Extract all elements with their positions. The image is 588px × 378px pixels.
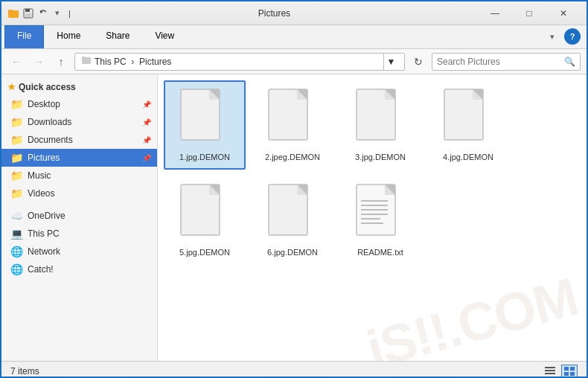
sidebar-item-label: Documents — [28, 135, 73, 145]
sidebar-item-downloads[interactable]: 📁 Downloads 📌 — [1, 113, 157, 131]
ribbon: File Home Share View ▾ ? — [1, 25, 587, 49]
sidebar-item-label: This PC — [28, 228, 60, 239]
tab-file[interactable]: File — [4, 25, 44, 48]
file-name: 5.jpg.DEMON — [179, 247, 230, 257]
file-area: 1.jpg.DEMON 2.jpeg.DEMON — [158, 74, 587, 361]
ribbon-tabs: File Home Share View ▾ ? — [1, 25, 587, 48]
help-button[interactable]: ? — [564, 28, 581, 45]
svg-rect-4 — [25, 13, 31, 17]
file-icon — [441, 88, 495, 147]
file-item[interactable]: 2.jpeg.DEMON — [252, 80, 333, 170]
forward-button[interactable]: → — [30, 53, 48, 71]
path-dropdown[interactable]: ▼ — [383, 54, 398, 70]
svg-rect-6 — [82, 57, 91, 64]
up-button[interactable]: ↑ — [52, 53, 70, 71]
quick-access-label: Quick access — [19, 82, 76, 92]
sidebar-item-label: Music — [28, 170, 51, 181]
item-count: 7 items — [10, 366, 39, 377]
file-name: 6.jpg.DEMON — [267, 247, 318, 257]
folder-icon — [7, 7, 19, 19]
pin-icon: 📌 — [142, 100, 151, 109]
file-name: 2.jpeg.DEMON — [265, 152, 320, 162]
tab-home[interactable]: Home — [44, 25, 93, 48]
save-icon[interactable] — [22, 7, 34, 19]
close-button[interactable]: ✕ — [546, 1, 581, 25]
sidebar-item-label: Network — [28, 246, 60, 257]
path-text: This PC › Pictures — [95, 57, 171, 67]
tiles-view-button[interactable] — [561, 365, 578, 378]
search-icon: 🔍 — [564, 57, 575, 67]
file-item[interactable]: 5.jpg.DEMON — [164, 176, 246, 265]
svg-rect-37 — [545, 373, 555, 374]
pin-icon: 📌 — [142, 136, 151, 144]
sidebar-item-documents[interactable]: 📁 Documents 📌 — [1, 131, 157, 149]
main-area: ★ Quick access 📁 Desktop 📌 📁 Downloads 📌… — [1, 74, 587, 361]
file-icon — [178, 183, 231, 243]
file-grid: 1.jpg.DEMON 2.jpeg.DEMON — [164, 80, 581, 266]
file-icon — [266, 183, 319, 243]
sidebar-item-label: OneDrive — [28, 211, 65, 221]
view-options — [542, 365, 578, 378]
svg-rect-39 — [570, 367, 575, 371]
back-button[interactable]: ← — [7, 53, 25, 71]
star-icon: ★ — [7, 82, 16, 92]
file-icon — [354, 88, 407, 147]
sidebar-item-label: Videos — [28, 188, 54, 199]
file-name: 1.jpg.DEMON — [179, 152, 230, 162]
undo-icon[interactable] — [37, 7, 49, 19]
window-controls: — □ ✕ — [478, 1, 581, 25]
sidebar-item-thispc[interactable]: 💻 This PC — [1, 225, 157, 243]
address-bar: ← → ↑ This PC › Pictures ▼ ↻ 🔍 — [1, 49, 587, 74]
sidebar-item-pictures[interactable]: 📁 Pictures 📌 — [1, 149, 157, 167]
file-item[interactable]: 6.jpg.DEMON — [252, 176, 333, 265]
file-item[interactable]: 3.jpg.DEMON — [339, 80, 421, 170]
svg-rect-3 — [25, 9, 30, 12]
status-bar: 7 items — [1, 361, 587, 378]
file-item[interactable]: README.txt — [339, 176, 421, 265]
svg-rect-36 — [545, 370, 555, 371]
quick-access-header[interactable]: ★ Quick access — [1, 77, 157, 95]
file-icon — [266, 88, 319, 147]
sidebar-item-music[interactable]: 📁 Music — [1, 167, 157, 185]
sidebar-item-onedrive[interactable]: ☁️ OneDrive — [1, 207, 157, 225]
folder-icon: 📁 — [10, 98, 23, 110]
file-item[interactable]: 4.jpg.DEMON — [427, 80, 509, 170]
svg-rect-1 — [8, 10, 13, 11]
network-icon: 🌐 — [10, 246, 23, 257]
sidebar-item-desktop[interactable]: 📁 Desktop 📌 — [1, 95, 157, 113]
search-input[interactable] — [437, 57, 564, 67]
file-item[interactable]: 1.jpg.DEMON — [164, 80, 246, 170]
address-path[interactable]: This PC › Pictures ▼ — [74, 53, 405, 71]
svg-rect-41 — [570, 372, 575, 376]
sidebar-item-catch[interactable]: 🌐 Catch! — [1, 260, 157, 278]
svg-rect-40 — [564, 372, 569, 376]
minimize-button[interactable]: — — [478, 1, 512, 25]
sidebar-item-label: Desktop — [28, 99, 60, 109]
title-bar: ▾ | Pictures — □ ✕ — [1, 1, 587, 25]
sidebar-item-network[interactable]: 🌐 Network — [1, 243, 157, 260]
sidebar: ★ Quick access 📁 Desktop 📌 📁 Downloads 📌… — [1, 74, 158, 361]
file-name: 3.jpg.DEMON — [355, 152, 406, 162]
svg-rect-7 — [82, 57, 86, 58]
ribbon-collapse-button[interactable]: ▾ — [543, 25, 561, 48]
watermark: iS!!.COM — [360, 266, 583, 361]
svg-rect-0 — [8, 10, 19, 18]
refresh-button[interactable]: ↻ — [409, 53, 427, 71]
tab-share[interactable]: Share — [93, 25, 142, 48]
file-icon — [354, 183, 407, 243]
pin-icon: 📌 — [142, 118, 151, 126]
computer-icon: 💻 — [10, 228, 23, 240]
sidebar-item-videos[interactable]: 📁 Videos — [1, 185, 157, 202]
tab-view[interactable]: View — [142, 25, 187, 48]
onedrive-icon: ☁️ — [10, 210, 23, 222]
svg-rect-35 — [545, 367, 555, 368]
window-title: Pictures — [71, 8, 478, 19]
maximize-button[interactable]: □ — [512, 1, 546, 25]
folder-icon: 📁 — [10, 134, 23, 146]
title-bar-quick-access: ▾ — [7, 7, 60, 19]
details-view-button[interactable] — [542, 365, 558, 378]
file-name: 4.jpg.DEMON — [443, 152, 493, 162]
search-box[interactable]: 🔍 — [432, 53, 581, 71]
sidebar-item-label: Pictures — [28, 153, 60, 163]
svg-rect-38 — [564, 367, 569, 371]
